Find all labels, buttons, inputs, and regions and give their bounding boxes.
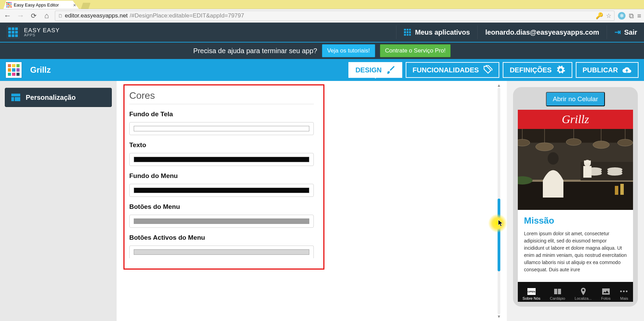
field-menu-bg: Fundo do Menu <box>129 172 314 197</box>
field-menu-btn: Botões do Menu <box>129 203 314 228</box>
tab-settings[interactable]: DEFINIÇÕES <box>503 62 572 78</box>
reload-icon[interactable]: ⟳ <box>29 12 38 20</box>
phone-screen: Grillz <box>518 110 633 302</box>
svg-rect-18 <box>583 166 592 178</box>
open-sign-icon: OPEN <box>527 287 536 296</box>
tags-icon <box>483 65 492 75</box>
preview-tab-label: Cardápio <box>550 296 565 300</box>
sidebar-item-personalization[interactable]: Personalização <box>5 88 112 107</box>
sidebar: Personalização <box>0 81 117 321</box>
browser-tab[interactable]: Easy Easy Apps Editor × <box>3 1 79 9</box>
color-picker-text[interactable] <box>129 153 314 166</box>
preview-heading: Missão <box>524 215 627 226</box>
scrollbar[interactable]: ▲ ▼ <box>497 83 501 319</box>
extension-icon[interactable]: ❄ <box>618 12 625 20</box>
scroll-up-icon[interactable]: ▲ <box>497 83 501 88</box>
svg-rect-23 <box>602 288 610 295</box>
color-swatch <box>134 157 309 162</box>
field-bg: Fundo de Tela <box>129 110 314 135</box>
tab-design-label: DESIGN <box>355 66 382 74</box>
preview-content: Missão Lorem ipsum dolor sit amet, conse… <box>518 210 633 282</box>
tab-publish[interactable]: PUBLICAR <box>576 62 639 78</box>
url-hash: /#DesignPlace:editable=EDIT&appId=79797 <box>130 12 244 19</box>
nav-indicator-icon <box>531 280 536 284</box>
preview-tab-photos[interactable]: Fotos <box>601 287 611 300</box>
color-picker-menu-bg[interactable] <box>129 184 314 197</box>
preview-column: Abrir no Celular Grillz <box>507 81 644 321</box>
preview-hero-image <box>518 129 633 210</box>
user-email[interactable]: leonardo.dias@easyeasyapps.com <box>485 28 599 36</box>
preview-brand-bar: Grillz <box>518 110 633 129</box>
cloud-upload-icon <box>622 65 632 75</box>
color-picker-menu-btn-active[interactable] <box>129 246 314 258</box>
logo-text: EASY EASY APPS <box>24 27 60 37</box>
my-apps-label: Meus aplicativos <box>415 28 470 36</box>
svg-point-5 <box>593 141 609 148</box>
logo-icon <box>7 26 19 38</box>
panel-icon[interactable]: ⧉ <box>629 12 634 20</box>
app-header: EASY EASY APPS Meus aplicativos leonardo… <box>0 23 644 42</box>
svg-rect-19 <box>584 160 591 163</box>
scroll-rail[interactable] <box>498 88 500 314</box>
field-label: Botões do Menu <box>129 203 314 211</box>
svg-point-6 <box>618 139 633 146</box>
gear-icon <box>556 65 565 75</box>
preview-tab-menu[interactable]: Cardápio <box>550 287 565 300</box>
section-nav: Grillz DESIGN FUNCIONALIDADES DEFINIÇÕES… <box>0 59 644 81</box>
color-swatch <box>134 188 309 193</box>
svg-point-2 <box>518 139 530 146</box>
main-panel: Cores Fundo de Tela Texto Fundo do Menu … <box>117 81 507 321</box>
help-banner: Precisa de ajuda para terminar seu app? … <box>0 42 644 59</box>
preview-body-text: Lorem ipsum dolor sit amet, consectetur … <box>524 230 627 273</box>
key-icon[interactable]: 🔑 <box>596 12 603 20</box>
svg-point-16 <box>548 152 559 165</box>
tab-settings-label: DEFINIÇÕES <box>510 66 551 74</box>
svg-rect-7 <box>518 180 633 210</box>
field-label: Fundo do Menu <box>129 172 314 180</box>
url-host: editor.easyeasyapps.net <box>65 12 128 19</box>
tab-publish-label: PUBLICAR <box>583 66 618 74</box>
svg-point-15 <box>607 171 622 176</box>
home-icon[interactable]: ⌂ <box>42 11 51 20</box>
preview-tab-label: Sobre Nós <box>523 296 540 300</box>
color-picker-bg[interactable] <box>129 122 314 135</box>
color-swatch <box>134 126 309 131</box>
back-icon[interactable]: ← <box>3 11 12 20</box>
tab-features[interactable]: FUNCIONALIDADES <box>406 62 499 78</box>
browser-tab-title: Easy Easy Apps Editor <box>14 2 59 8</box>
tab-design[interactable]: DESIGN <box>348 62 402 78</box>
image-icon <box>602 287 610 296</box>
color-picker-menu-btn[interactable] <box>129 215 314 228</box>
sidebar-item-label: Personalização <box>26 94 76 102</box>
field-text: Texto <box>129 141 314 166</box>
logout-link[interactable]: ⇥ Sair <box>615 28 637 37</box>
brush-icon <box>386 65 395 75</box>
preview-tab-label: Mais <box>620 296 628 300</box>
close-tab-icon[interactable]: × <box>73 2 76 8</box>
logout-label: Sair <box>624 28 637 36</box>
preview-tab-more[interactable]: ••• Mais <box>620 287 628 300</box>
preview-tab-location[interactable]: Localiza... <box>575 287 592 300</box>
field-label: Fundo de Tela <box>129 110 314 118</box>
menu-icon[interactable]: ≡ <box>637 12 641 20</box>
color-swatch <box>134 249 309 255</box>
forward-icon: → <box>16 11 25 20</box>
color-swatch <box>134 218 309 224</box>
scroll-thumb[interactable] <box>498 199 500 271</box>
open-in-mobile-button[interactable]: Abrir no Celular <box>546 92 605 106</box>
new-tab-button[interactable] <box>81 3 91 9</box>
app-icon <box>5 62 22 78</box>
scroll-down-icon[interactable]: ▼ <box>497 314 501 319</box>
pin-icon <box>579 287 587 296</box>
address-bar[interactable]: 🗋 editor.easyeasyapps.net/#DesignPlace:e… <box>55 11 615 21</box>
apps-grid-icon <box>404 29 411 36</box>
svg-rect-21 <box>615 186 618 195</box>
favicon-icon <box>6 2 12 8</box>
preview-tab-about[interactable]: OPEN Sobre Nós <box>523 287 540 300</box>
my-apps-link[interactable]: Meus aplicativos <box>404 28 470 36</box>
tutorials-button[interactable]: Veja os tutoriais! <box>322 44 375 57</box>
bookmark-icon[interactable]: ☆ <box>606 12 611 20</box>
svg-point-4 <box>566 139 581 145</box>
help-question: Precisa de ajuda para terminar seu app? <box>193 47 317 55</box>
pro-service-button[interactable]: Contrate o Serviço Pro! <box>380 44 451 57</box>
